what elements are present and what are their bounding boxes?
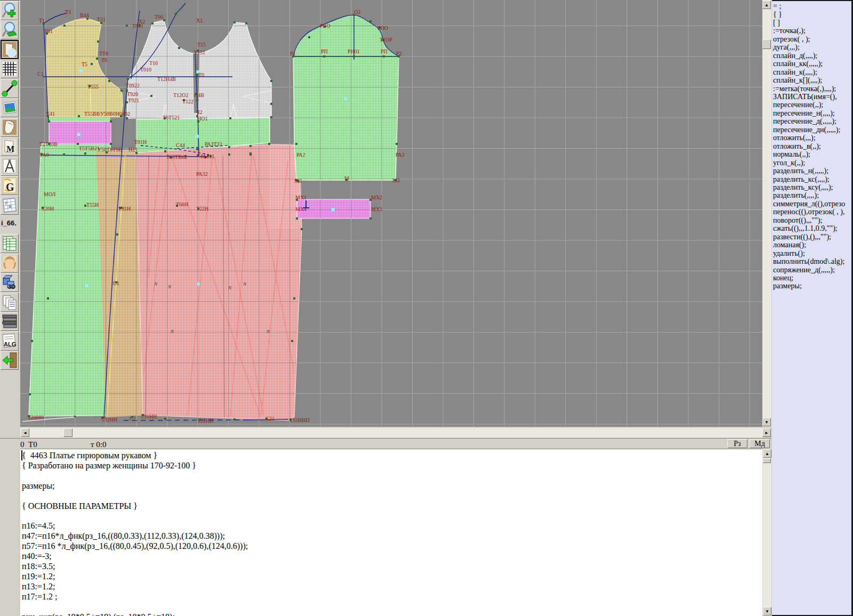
svg-text:РП: РП: [381, 48, 388, 54]
svg-text:Т31: Т31: [97, 17, 106, 22]
svg-text:N: N: [167, 284, 172, 289]
svg-text:РН01: РН01: [348, 48, 360, 54]
svg-text:Т66ТВ62: Т66ТВ62: [166, 154, 187, 160]
svg-text:Т2Т20В: Т2Т20В: [39, 141, 58, 147]
svg-text:Т66Н: Т66Н: [176, 201, 188, 207]
svg-text:Т555: Т555: [87, 84, 99, 90]
svg-text:Т55ВВ: Т55ВВ: [84, 111, 100, 117]
svg-text:МОЛ: МОЛ: [44, 191, 56, 197]
svg-text:Т01: Т01: [44, 28, 53, 34]
svg-text:НО1: НО1: [197, 116, 207, 121]
svg-text:Т20Н: Т20Н: [42, 206, 54, 212]
svg-text:N: N: [170, 329, 174, 334]
svg-text:Р2: Р2: [396, 51, 402, 56]
svg-text:Т66: Т66: [155, 14, 163, 20]
svg-text:Т91НН: Т91НН: [141, 414, 157, 419]
svg-text:Т01Н: Т01Н: [134, 139, 147, 145]
svg-text:Т12О2: Т12О2: [173, 92, 188, 98]
svg-text:N: N: [228, 285, 232, 290]
svg-text:Т122: Т122: [182, 99, 194, 104]
svg-text:Т010: Т010: [140, 67, 151, 72]
svg-text:Т91Н: Т91Н: [118, 206, 131, 212]
svg-text:Н4В: Н4В: [194, 92, 204, 98]
svg-text:МХ2: МХ2: [371, 194, 382, 200]
svg-text:3D: 3D: [8, 283, 15, 290]
svg-text:У50В0Н0402: У50В0Н0402: [100, 111, 130, 117]
svg-text:Т1: Т1: [39, 18, 45, 23]
svg-text:Т0922: Т0922: [126, 83, 140, 88]
svg-text:Т55Н: Т55Н: [86, 202, 99, 208]
svg-text:М2: М2: [392, 177, 400, 183]
svg-text:Т921: Т921: [128, 98, 139, 103]
svg-text:МХ3: МХ3: [371, 206, 382, 212]
svg-text:Т22Н: Т22Н: [196, 206, 208, 212]
svg-text:РВО: РВО: [320, 23, 330, 29]
svg-text:G: G: [6, 181, 14, 193]
svg-text:М3: М3: [294, 178, 302, 184]
svg-text:N: N: [243, 281, 247, 287]
svg-text:Ч2: Ч2: [196, 109, 203, 115]
svg-text:Т8: Т8: [101, 57, 107, 63]
svg-text:Т6Т521: Т6Т521: [163, 115, 180, 120]
svg-text:Т5Т5В21: Т5Т5В21: [79, 145, 100, 151]
svg-text:M: M: [6, 144, 14, 153]
svg-text:Т92НН: Т92НН: [101, 417, 118, 423]
svg-text:Т0: Т0: [198, 72, 204, 78]
svg-text:МХ1: МХ1: [295, 194, 307, 200]
svg-text:ТТ8: ТТ8: [99, 51, 108, 56]
svg-text:РА3Т33: РА3Т33: [205, 141, 222, 147]
svg-text:Т10: Т10: [149, 60, 158, 66]
svg-text:Х1: Х1: [196, 18, 203, 23]
svg-text:Т92ННП: Т92ННП: [289, 417, 310, 423]
svg-text:ТА0: ТА0: [39, 152, 49, 158]
svg-text:РПО: РПО: [377, 25, 388, 31]
svg-text:МХ4: МХ4: [295, 206, 307, 212]
svg-text:В44: В44: [80, 12, 89, 18]
svg-text:РА32: РА32: [196, 171, 208, 177]
svg-text:Т3: Т3: [65, 9, 71, 15]
svg-text:N: N: [266, 329, 270, 334]
svg-text:С1: С1: [113, 280, 119, 286]
svg-text:РА311: РА311: [200, 153, 214, 159]
svg-text:С44: С44: [176, 142, 185, 148]
svg-text:Т1ОР: Т1ОР: [380, 37, 392, 43]
svg-text:РА2: РА2: [296, 152, 305, 158]
svg-text:Т920: Т920: [127, 91, 138, 97]
svg-text:О2: О2: [354, 9, 360, 15]
svg-text:ALG: ALG: [4, 341, 16, 347]
svg-text:Т5: Т5: [82, 61, 87, 67]
svg-text:РП: РП: [321, 48, 328, 54]
svg-text:У41: У41: [46, 111, 55, 117]
svg-text:РА3: РА3: [396, 152, 405, 158]
svg-text:С1: С1: [37, 71, 44, 77]
svg-text:Н21: Н21: [128, 147, 138, 152]
svg-text:У50Т8Т9В: У50Т8Т9В: [98, 147, 122, 152]
svg-text:Р1: Р1: [290, 51, 296, 56]
svg-text:Т15: Т15: [197, 42, 206, 47]
svg-text:N: N: [154, 281, 158, 287]
svg-text:С21: С21: [265, 416, 275, 422]
svg-text:Т22НН: Т22НН: [197, 418, 214, 424]
svg-text:Тб01: Тб01: [132, 23, 143, 29]
svg-text:Т12Н4В: Т12Н4В: [157, 76, 176, 82]
svg-text:Т151: Т151: [194, 50, 205, 55]
svg-text:М: М: [344, 175, 349, 181]
svg-text:Т20НН: Т20НН: [28, 415, 44, 420]
svg-text:С2: С2: [130, 416, 136, 422]
